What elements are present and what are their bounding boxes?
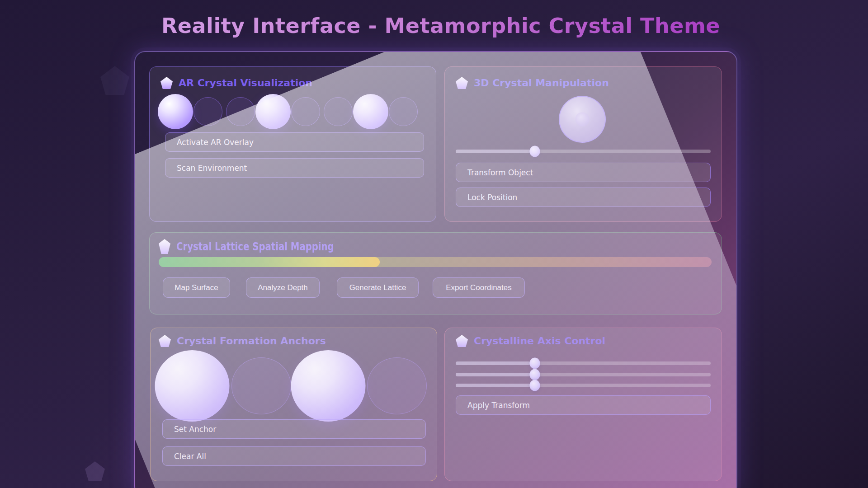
anchor-slot-bright[interactable] bbox=[155, 350, 230, 422]
panel-header: Crystal Lattice Spatial Mapping bbox=[159, 239, 368, 254]
spatial-mapping-progress-bar bbox=[159, 257, 712, 267]
crystal-slot-dim[interactable] bbox=[193, 97, 222, 126]
slider-fill bbox=[456, 361, 535, 365]
panel-title: AR Crystal Visualization bbox=[179, 77, 312, 89]
activate-ar-overlay-button[interactable]: Activate AR Overlay bbox=[165, 132, 424, 152]
decorative-pentagon-icon bbox=[85, 461, 105, 481]
slider-thumb[interactable] bbox=[529, 358, 540, 369]
crystal-slot-bright[interactable] bbox=[255, 94, 291, 129]
anchor-slot-bright[interactable] bbox=[291, 350, 366, 422]
pentagon-crystal-icon bbox=[160, 77, 173, 89]
map-surface-button[interactable]: Map Surface bbox=[163, 277, 230, 298]
main-dashboard: AR Crystal Visualization Activate AR Ove… bbox=[134, 51, 737, 488]
decorative-pentagon-icon bbox=[100, 66, 129, 95]
panel-crystal-lattice-mapping: Crystal Lattice Spatial Mapping Map Surf… bbox=[149, 232, 722, 314]
panel-ar-crystal-visualization: AR Crystal Visualization Activate AR Ove… bbox=[149, 66, 436, 222]
panel-header: Crystal Formation Anchors bbox=[159, 335, 326, 347]
apply-transform-button[interactable]: Apply Transform bbox=[456, 395, 711, 415]
crystal-slot-bright[interactable] bbox=[353, 94, 388, 129]
crystal-slot-dim[interactable] bbox=[291, 97, 320, 126]
panel-crystal-formation-anchors: Crystal Formation Anchors Set Anchor Cle… bbox=[150, 328, 437, 481]
axis-x-slider[interactable] bbox=[456, 361, 711, 365]
pentagon-crystal-icon bbox=[456, 77, 468, 89]
panel-header: 3D Crystal Manipulation bbox=[456, 77, 609, 89]
lock-position-button[interactable]: Lock Position bbox=[456, 188, 711, 207]
slider-fill bbox=[456, 384, 535, 387]
anchor-slot-dim[interactable] bbox=[367, 357, 427, 414]
slider-fill bbox=[456, 150, 535, 153]
panel-3d-crystal-manipulation: 3D Crystal Manipulation Transform Object… bbox=[444, 66, 722, 222]
slider-fill bbox=[456, 373, 535, 376]
progress-fill bbox=[159, 257, 380, 267]
export-coordinates-button[interactable]: Export Coordinates bbox=[433, 277, 525, 298]
panel-title: Crystal Formation Anchors bbox=[177, 335, 326, 347]
clear-all-button[interactable]: Clear All bbox=[162, 446, 426, 466]
transform-object-button[interactable]: Transform Object bbox=[456, 163, 711, 182]
crystal-slot-bright[interactable] bbox=[158, 94, 193, 129]
anchor-slot-dim[interactable] bbox=[231, 357, 291, 414]
crystal-slot-dim[interactable] bbox=[389, 97, 418, 126]
page-title: Reality Interface - Metamorphic Crystal … bbox=[161, 14, 720, 38]
panel-title: 3D Crystal Manipulation bbox=[474, 77, 609, 89]
scan-environment-button[interactable]: Scan Environment bbox=[165, 158, 424, 178]
set-anchor-button[interactable]: Set Anchor bbox=[162, 419, 426, 439]
panel-title: Crystalline Axis Control bbox=[474, 335, 605, 347]
analyze-depth-button[interactable]: Analyze Depth bbox=[246, 277, 320, 298]
panel-header: AR Crystal Visualization bbox=[160, 77, 312, 89]
slider-thumb[interactable] bbox=[529, 369, 540, 380]
pentagon-crystal-icon bbox=[159, 335, 171, 347]
crystal-slot-dim[interactable] bbox=[226, 97, 255, 126]
axis-z-slider[interactable] bbox=[456, 384, 711, 387]
panel-header: Crystalline Axis Control bbox=[456, 335, 605, 347]
generate-lattice-button[interactable]: Generate Lattice bbox=[337, 277, 419, 298]
panel-crystalline-axis-control: Crystalline Axis Control Apply Transform bbox=[444, 328, 722, 481]
slider-thumb[interactable] bbox=[529, 146, 540, 157]
crystal-gem-icon bbox=[159, 239, 170, 254]
reality-interface-screen: { "page_title": "Reality Interface - Met… bbox=[0, 0, 868, 488]
axis-y-slider[interactable] bbox=[456, 373, 711, 376]
sphere-core-highlight bbox=[576, 113, 590, 127]
panel-title: Crystal Lattice Spatial Mapping bbox=[176, 240, 334, 253]
slider-thumb[interactable] bbox=[529, 380, 540, 391]
crystal-sphere-preview[interactable] bbox=[559, 96, 606, 143]
pentagon-crystal-icon bbox=[456, 335, 468, 347]
rotation-slider[interactable] bbox=[456, 150, 711, 153]
crystal-slot-dim[interactable] bbox=[324, 97, 353, 126]
